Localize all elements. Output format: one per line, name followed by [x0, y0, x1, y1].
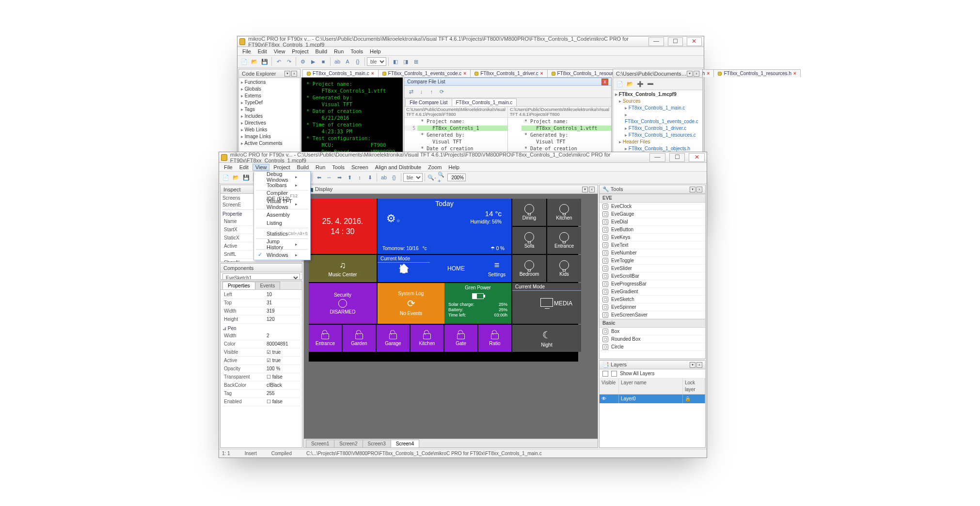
tile-media[interactable]: Current Mode MEDIA	[512, 283, 581, 324]
tree-item[interactable]: Image Links	[241, 133, 298, 140]
toolbar-button[interactable]: ab	[332, 57, 342, 66]
toolbar-button[interactable]: {}	[389, 173, 399, 182]
component-select[interactable]: EveSketch1	[222, 273, 300, 279]
property-row[interactable]: Color80004891	[222, 340, 300, 348]
property-row[interactable]: Transparent☐ false	[222, 373, 300, 381]
tile-room-dining[interactable]: Dining	[512, 199, 546, 226]
menu-item[interactable]: Project	[289, 48, 311, 55]
properties-list[interactable]: Left10Top31Width319Height120 ⊿ Pen Width…	[221, 290, 302, 447]
panel-pin-icon[interactable]: ▾	[687, 71, 693, 77]
screen-tab[interactable]: Screen4	[391, 440, 419, 447]
toolbar-button[interactable]: ■	[318, 57, 328, 66]
menu-item[interactable]: Help	[367, 48, 384, 55]
editor-tabs[interactable]: FT8xx_Controls_1_main.c ×FT8xx_Controls_…	[301, 69, 612, 78]
tools-item[interactable]: ◻EveSlider	[600, 265, 705, 272]
canvas[interactable]: 25. 4. 2016. 14 : 30 Today ☼ 14 °c Humid…	[304, 194, 598, 439]
tree-item[interactable]: FT8xx_Controls_1_main.c	[625, 105, 700, 111]
screen-tab[interactable]: Screen3	[363, 440, 391, 447]
tree-item[interactable]: Tags	[241, 106, 298, 113]
tile-gren[interactable]: Gren Power Solar charge:25% Battery:25% …	[444, 283, 511, 324]
tile-room-sofa[interactable]: Sofa	[512, 227, 546, 254]
tree-root[interactable]: FT8xx_Controls_1.mcpf9	[615, 91, 700, 98]
menu-dropdown-item[interactable]: Jump History▸	[254, 240, 310, 248]
toolbar-button[interactable]: 📄	[615, 79, 625, 89]
tile-lock[interactable]: Gate	[444, 325, 477, 352]
menu-dropdown-item[interactable]: Assembly	[254, 210, 310, 219]
layer-row[interactable]: 👁 Layer0 🔒	[600, 395, 705, 403]
menu-item[interactable]: Edit	[237, 164, 252, 171]
tree-item[interactable]: TypeDef	[241, 99, 298, 106]
maximize-button[interactable]: ☐	[668, 37, 683, 46]
panel-close-icon[interactable]: x	[696, 362, 702, 368]
align-center-icon[interactable]: ↔	[324, 173, 334, 182]
menu-item[interactable]: View	[271, 48, 288, 55]
toolbar-button[interactable]: 📂	[625, 79, 635, 89]
titlebar[interactable]: mikroC PRO for FT90x v... - C:\Users\Pub…	[237, 36, 704, 47]
tile-lock[interactable]: Entrance	[309, 325, 342, 352]
tree-item[interactable]: FT8xx_Controls_1_driver.c	[625, 125, 700, 132]
toolbar-button[interactable]: ↷	[284, 57, 294, 66]
property-row[interactable]: Top31	[222, 299, 300, 307]
tree-item[interactable]: FT8xx_Controls_1_events_code.c	[625, 111, 700, 125]
zoom-in-icon[interactable]: 🔍+	[437, 173, 447, 182]
tools-item[interactable]: ◻Box	[600, 328, 705, 335]
tools-item[interactable]: ◻EveSpinner	[600, 303, 705, 311]
menu-item[interactable]: Screen	[348, 164, 371, 171]
tile-room-kitchen[interactable]: Kitchen	[547, 199, 581, 226]
tile-room-entrance[interactable]: Entrance	[547, 227, 581, 254]
panel-pin-icon[interactable]: ▾	[690, 362, 695, 368]
align-middle-icon[interactable]: ↕	[355, 173, 364, 182]
toolbar-button[interactable]: ⊞	[411, 57, 421, 66]
minimize-button[interactable]: —	[648, 37, 664, 46]
panel-close-icon[interactable]: x	[291, 71, 297, 77]
toolbar-button[interactable]: ➖	[646, 79, 655, 89]
tree-item[interactable]: Includes	[241, 113, 298, 120]
titlebar[interactable]: mikroC PRO for FT90x v... - C:\Users\Pub…	[219, 152, 707, 163]
toolbar-button[interactable]: ◨	[401, 57, 411, 66]
tree-item[interactable]: FT8xx_Controls_1_resources.c	[625, 132, 700, 139]
toolbar-button[interactable]: ab	[379, 173, 389, 182]
tools-item[interactable]: ◻EveButton	[600, 226, 705, 234]
property-row[interactable]: BackColorclBlack	[222, 381, 300, 390]
compare-tab[interactable]: FT8xx_Controls_1_main.c	[452, 98, 517, 106]
tile-date[interactable]: 25. 4. 2016. 14 : 30	[309, 199, 377, 254]
align-top-icon[interactable]: ⬆	[345, 173, 354, 182]
tree-group[interactable]: Header Files	[619, 139, 700, 145]
align-right-icon[interactable]: ➡	[334, 173, 344, 182]
close-button[interactable]: ✕	[689, 153, 705, 162]
property-row[interactable]: Enabled☐ false	[222, 398, 300, 406]
menu-dropdown-item[interactable]: Visual TFT Windows▸	[254, 200, 310, 208]
tools-item[interactable]: ◻EveToggle	[600, 257, 705, 265]
tools-group-header[interactable]: Basic	[600, 319, 705, 328]
align-left-icon[interactable]: ⬅	[314, 173, 324, 182]
menu-item[interactable]: File	[239, 48, 254, 55]
menu-dropdown-item[interactable]: Toolbars▸	[254, 181, 310, 189]
menu-item[interactable]: Build	[294, 164, 312, 171]
tile-lock[interactable]: Kitchen	[411, 325, 443, 352]
toolbar-search[interactable]: ble	[403, 173, 423, 182]
property-row[interactable]: Left10	[222, 291, 300, 299]
tree-item[interactable]: Active Comments	[241, 140, 298, 147]
tile-room-kids[interactable]: Kids	[547, 255, 581, 282]
tree-item[interactable]: Externs	[241, 93, 298, 99]
compare-tab[interactable]: File Compare List	[405, 98, 452, 106]
tools-item[interactable]: ◻EveDial	[600, 218, 705, 226]
screen-tab[interactable]: Screen2	[334, 440, 363, 447]
property-row[interactable]: Visible☑ true	[222, 348, 300, 357]
property-row[interactable]: Opacity100 %	[222, 365, 300, 373]
tools-item[interactable]: ◻EveText	[600, 241, 705, 249]
property-row[interactable]: Height120	[222, 316, 300, 324]
tools-item[interactable]: ◻EveScreenSaver	[600, 311, 705, 319]
tools-item[interactable]: ◻EveNumber	[600, 249, 705, 257]
property-row[interactable]: Width2	[222, 332, 300, 340]
toolbar-button[interactable]: A	[343, 57, 352, 66]
toolbar-button[interactable]: 📄	[239, 57, 249, 66]
screen-tabs[interactable]: Screen1Screen2Screen3Screen4	[304, 439, 598, 447]
property-row[interactable]: Tag255	[222, 390, 300, 398]
file-tab[interactable]: FT8xx_Controls_1_events_code.c ×	[378, 69, 471, 77]
panel-pin-icon[interactable]: ▾	[285, 71, 290, 77]
menu-dropdown-item[interactable]: Windows▸	[254, 251, 310, 259]
menu-item[interactable]: Edit	[255, 48, 270, 55]
menu-item[interactable]: Help	[445, 164, 462, 171]
menubar[interactable]: FileEditViewProjectBuildRunToolsScreenAl…	[219, 163, 707, 172]
